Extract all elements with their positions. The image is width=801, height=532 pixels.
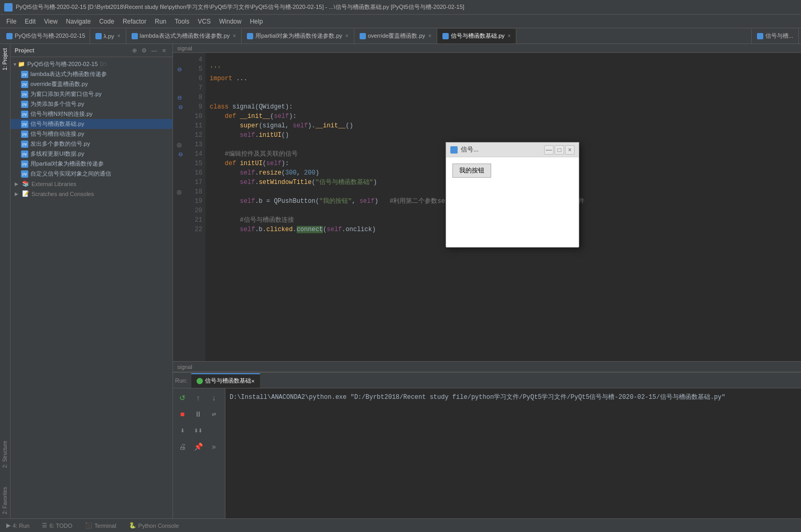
- menu-file[interactable]: File: [2, 16, 20, 27]
- menu-code[interactable]: Code: [95, 16, 118, 27]
- tree-item-auto[interactable]: py 信号与槽自动连接.py: [10, 129, 172, 139]
- pause-btn[interactable]: ⏸: [191, 407, 205, 421]
- project-collapse-btn[interactable]: —: [150, 46, 158, 55]
- menu-vcs[interactable]: VCS: [193, 16, 215, 27]
- tab-py-icon-1: [132, 33, 138, 39]
- toolbar-python-console-label: Python Console: [138, 523, 179, 529]
- tab-label-4: 信号与槽函数基础.py: [451, 32, 505, 40]
- stop-btn[interactable]: ■: [175, 407, 190, 421]
- project-scope-btn[interactable]: ⊕: [130, 46, 138, 55]
- tab-close-1[interactable]: ×: [233, 33, 236, 39]
- tree-item-close-signal[interactable]: py 为窗口添加关闭窗口信号.py: [10, 89, 172, 99]
- run-tab-label: 信号与槽函数基础: [205, 377, 251, 385]
- pin-btn[interactable]: 📌: [191, 439, 205, 454]
- sidebar-tab-project[interactable]: 1: Project: [1, 44, 9, 74]
- tree-item-partial[interactable]: py 用partial对象为槽函数传递参: [10, 159, 172, 169]
- menu-view[interactable]: View: [40, 16, 62, 27]
- menu-help[interactable]: Help: [246, 16, 267, 27]
- tab-overflow-label: 信号与槽...: [765, 32, 793, 40]
- tree-item-lambda[interactable]: py lambda表达式为槽函数传递参: [10, 69, 172, 79]
- tab-close-2[interactable]: ×: [345, 33, 349, 39]
- tab-lambda-full[interactable]: lambda表达式为槽函数传递参数.py ×: [126, 29, 242, 44]
- arrow-down-btn[interactable]: ↓: [207, 390, 221, 405]
- tree-external-libraries[interactable]: ▶ 📚 External Libraries: [10, 179, 172, 189]
- tab-py-icon-3: [360, 33, 366, 39]
- toolbar-run-label: 4: Run: [13, 523, 29, 529]
- tab-bar: PyQt5信号与槽-2020-02-15 λ.py × lambda表达式为槽函…: [0, 28, 801, 44]
- tree-item-override[interactable]: py override覆盖槽函数.py: [10, 79, 172, 89]
- tree-root[interactable]: ▼ 📁 PyQt5信号与槽-2020-02-15 D:\: [10, 59, 172, 69]
- py-icon-multi: py: [21, 100, 28, 108]
- tree-item-multi-signal[interactable]: py 为类添加多个信号.py: [10, 99, 172, 109]
- toolbar-terminal-label: Terminal: [94, 523, 116, 529]
- project-title: Project: [15, 47, 128, 53]
- bottom-tab-run[interactable]: 信号与槽函数基础 ×: [191, 373, 259, 388]
- code-editor[interactable]: ⊖ ⊖ ⊖ ◎ ⊖ ◎: [173, 53, 801, 361]
- dialog-close-btn[interactable]: ×: [565, 145, 575, 155]
- run-label: Run:: [175, 377, 187, 384]
- menu-refactor[interactable]: Refactor: [118, 16, 150, 27]
- tree-label-partial: 用partial对象为槽函数传递参: [30, 160, 104, 168]
- py-icon-auto: py: [21, 130, 28, 138]
- tree-label-multiparam: 发出多个参数的信号.py: [30, 140, 90, 148]
- toolbar-run-btn[interactable]: ▶ 4: Run: [4, 521, 31, 530]
- sidebar-tab-favorites[interactable]: 2: Favorites: [1, 483, 9, 518]
- toolbar-todo-label: 6: TODO: [49, 523, 72, 529]
- tree-item-custom[interactable]: py 自定义信号实现对象之间的通信: [10, 169, 172, 179]
- menu-tools[interactable]: Tools: [170, 16, 193, 27]
- menu-window[interactable]: Window: [215, 16, 246, 27]
- tree-item-thread[interactable]: py 多线程更新UI数据.py: [10, 149, 172, 159]
- py-icon-custom: py: [21, 170, 28, 178]
- tree-label-multi: 为类添加多个信号.py: [30, 100, 84, 108]
- toolbar-todo-btn[interactable]: ☰ 6: TODO: [40, 521, 74, 530]
- tab-label-1: lambda表达式为槽函数传递参数.py: [140, 32, 230, 40]
- toolbar-python-console-btn[interactable]: 🐍 Python Console: [127, 521, 181, 530]
- menu-bar: File Edit View Navigate Code Refactor Ru…: [0, 15, 801, 28]
- dialog-minimize-btn[interactable]: —: [544, 145, 554, 155]
- more-btn[interactable]: »: [207, 439, 221, 454]
- toolbar-terminal-btn[interactable]: ⬛ Terminal: [83, 521, 118, 530]
- menu-run[interactable]: Run: [150, 16, 170, 27]
- restart-btn[interactable]: ↺: [175, 390, 190, 405]
- breadcrumb: signal: [173, 44, 801, 53]
- project-panel: Project ⊕ ⚙ — ≡ ▼ 📁 PyQt5信号与槽-2020-02-15…: [10, 44, 173, 518]
- tree-label-override: override覆盖槽函数.py: [30, 80, 88, 88]
- tree-item-n-to-n[interactable]: py 信号与槽N对N的连接.py: [10, 109, 172, 119]
- tab-close-3[interactable]: ×: [428, 33, 431, 39]
- sidebar-tab-structure[interactable]: 2: Structure: [1, 437, 9, 472]
- tree-scratches[interactable]: ▶ 📝 Scratches and Consoles: [10, 189, 172, 199]
- project-tab-label: PyQt5信号与槽-2020-02-15: [15, 32, 85, 40]
- print-btn[interactable]: 🖨: [175, 439, 190, 454]
- menu-edit[interactable]: Edit: [20, 16, 40, 27]
- floating-dialog: 信号... — □ × 我的按钮: [446, 142, 579, 247]
- dialog-body: 我的按钮: [446, 157, 579, 247]
- scroll-end-btn[interactable]: ⬇: [175, 423, 190, 438]
- tab-overflow-icon: [757, 33, 763, 39]
- py-icon-thread: py: [21, 150, 28, 158]
- arrow-up-btn[interactable]: ↑: [191, 390, 205, 405]
- gutter: ⊖ ⊖ ⊖ ◎ ⊖ ◎: [173, 53, 186, 361]
- project-expand-btn[interactable]: ≡: [160, 46, 168, 55]
- python-console-icon: 🐍: [129, 522, 136, 529]
- tab-override[interactable]: override覆盖槽函数.py ×: [354, 29, 437, 44]
- ext-label: External Libraries: [31, 181, 77, 187]
- tab-close-0[interactable]: ×: [117, 33, 121, 39]
- tab-lambda-short[interactable]: λ.py ×: [90, 29, 126, 44]
- tab-active-signal[interactable]: 信号与槽函数基础.py ×: [437, 29, 517, 44]
- run-tab-close[interactable]: ×: [251, 378, 254, 384]
- dialog-maximize-btn[interactable]: □: [555, 145, 564, 155]
- tree-item-basics[interactable]: py 信号与槽函数基础.py: [10, 119, 172, 129]
- tab-close-4[interactable]: ×: [508, 33, 511, 39]
- project-settings-btn[interactable]: ⚙: [140, 46, 148, 55]
- project-dropdown-tab[interactable]: PyQt5信号与槽-2020-02-15: [2, 29, 90, 44]
- menu-navigate[interactable]: Navigate: [62, 16, 95, 27]
- dialog-my-button[interactable]: 我的按钮: [452, 164, 491, 178]
- wrap-btn[interactable]: ⇌: [207, 407, 221, 421]
- todo-icon: ☰: [42, 522, 47, 529]
- py-icon-override: py: [21, 80, 28, 88]
- tab-partial[interactable]: 用partial对象为槽函数传递参数.py ×: [242, 29, 354, 44]
- tab-right-overflow[interactable]: 信号与槽...: [751, 29, 799, 44]
- run-controls: ↺ ↑ ↓ ■ ⏸ ⇌ ⬇ ⬇⬇: [173, 388, 225, 518]
- to-end-btn[interactable]: ⬇⬇: [191, 423, 205, 438]
- tree-item-multi-param[interactable]: py 发出多个参数的信号.py: [10, 139, 172, 149]
